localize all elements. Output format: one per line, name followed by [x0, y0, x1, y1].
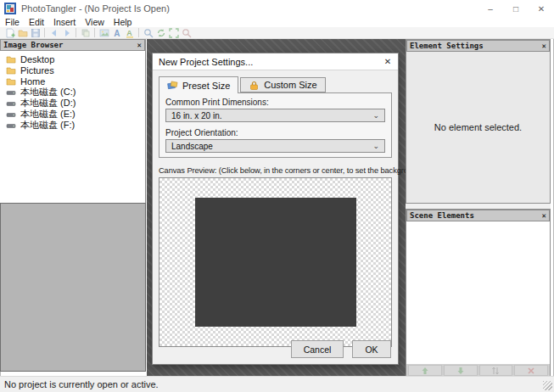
save-project-icon[interactable] — [29, 27, 42, 38]
image-preview-pane — [0, 203, 146, 372]
svg-text:A: A — [114, 29, 120, 38]
tree-item-desktop[interactable]: Desktop — [0, 53, 145, 64]
dialog-button-row: Cancel OK — [291, 340, 391, 358]
canvas-preview[interactable] — [159, 177, 392, 347]
image-browser-header: Image Browser ✕ — [0, 39, 145, 51]
resize-grip[interactable] — [543, 381, 552, 390]
move-down-button[interactable] — [444, 365, 478, 376]
chevron-down-icon: ⌄ — [372, 143, 379, 149]
tab-custom-size-label: Custom Size — [264, 80, 316, 90]
scene-elements-toolbar — [406, 364, 550, 377]
scene-elements-title: Scene Elements — [410, 211, 474, 220]
folder-icon — [6, 54, 16, 64]
scene-elements-close-icon[interactable]: ✕ — [542, 211, 546, 220]
element-settings-title: Element Settings — [410, 42, 484, 50]
image-browser-close-icon[interactable]: ✕ — [137, 41, 142, 49]
tab-preset-size-label: Preset Size — [182, 81, 230, 91]
new-project-settings-dialog: New Project Settings... ✕ Preset Size Cu… — [152, 53, 399, 365]
menu-file[interactable]: File — [5, 17, 20, 27]
back-icon[interactable] — [48, 27, 60, 38]
no-element-selected-message: No element selected. — [434, 122, 522, 132]
image-browser-panel: Image Browser ✕ Desktop Pictures Home 本地… — [0, 39, 146, 372]
menu-help[interactable]: Help — [114, 17, 132, 27]
add-caption-icon[interactable]: A — [123, 27, 136, 38]
open-project-icon[interactable] — [16, 27, 29, 38]
tab-custom-size[interactable]: Custom Size — [240, 77, 325, 92]
print-dimensions-dropdown[interactable]: 16 in. x 20 in. ⌄ — [165, 109, 385, 122]
title-bar: PhotoTangler - (No Project Is Open) – □ … — [0, 0, 554, 17]
tree-item-pictures[interactable]: Pictures — [0, 64, 145, 76]
orientation-value: Landscape — [171, 142, 213, 151]
forward-icon[interactable] — [60, 27, 73, 38]
folder-icon — [6, 76, 16, 87]
preset-size-tab-content: Common Print Dimensions: 16 in. x 20 in.… — [159, 92, 392, 158]
image-browser-title: Image Browser — [3, 41, 63, 49]
scene-elements-header: Scene Elements ✕ — [406, 210, 550, 221]
delete-button[interactable] — [514, 365, 548, 376]
image-browser-tree: Desktop Pictures Home 本地磁盘 (C:) 本地磁盘 (D:… — [0, 51, 145, 199]
canvas-preview-note: Canvas Preview: (Click below, in the cor… — [159, 166, 392, 175]
drive-icon — [6, 98, 16, 109]
drive-icon — [6, 120, 16, 131]
status-message: No project is currently open or active. — [4, 379, 159, 389]
element-settings-close-icon[interactable]: ✕ — [542, 42, 546, 50]
minimize-button[interactable]: – — [478, 0, 503, 17]
ok-button[interactable]: OK — [352, 340, 391, 358]
status-bar: No project is currently open or active. — [0, 376, 554, 392]
close-button[interactable]: ✕ — [529, 0, 554, 17]
right-dock: Element Settings ✕ No element selected. … — [406, 39, 551, 376]
fit-to-screen-icon[interactable] — [167, 27, 180, 38]
app-logo-icon — [4, 3, 16, 14]
folder-icon — [6, 65, 16, 76]
dialog-close-icon[interactable]: ✕ — [378, 57, 398, 66]
chevron-down-icon: ⌄ — [372, 112, 379, 119]
element-settings-body: No element selected. — [406, 52, 550, 203]
menu-bar: File Edit Insert View Help — [0, 17, 554, 27]
dialog-tabs: Preset Size Custom Size — [159, 76, 392, 92]
padlock-icon — [249, 80, 260, 91]
add-text-icon[interactable]: A — [110, 27, 123, 38]
toolbar-separator — [44, 28, 45, 37]
zoom-in-icon[interactable] — [142, 27, 154, 38]
add-image-icon[interactable] — [98, 27, 110, 38]
cancel-button[interactable]: Cancel — [291, 340, 344, 358]
toolbar: A A — [0, 27, 554, 39]
toolbar-separator — [138, 28, 139, 37]
preset-layers-icon — [167, 80, 178, 91]
orientation-dropdown[interactable]: Landscape ⌄ — [165, 139, 385, 153]
duplicate-icon[interactable] — [79, 27, 92, 38]
dialog-body: Preset Size Custom Size Common Print Dim… — [153, 70, 398, 364]
phototangler-window: PhotoTangler - (No Project Is Open) – □ … — [0, 0, 554, 392]
tab-preset-size[interactable]: Preset Size — [159, 76, 238, 93]
common-print-dimensions-label: Common Print Dimensions: — [165, 98, 385, 107]
maximize-button[interactable]: □ — [503, 0, 529, 17]
toolbar-separator — [94, 28, 95, 37]
reset-zoom-icon[interactable] — [154, 27, 167, 38]
print-dimensions-value: 16 in. x 20 in. — [171, 111, 221, 120]
toolbar-separator — [76, 28, 76, 37]
canvas-preview-rectangle[interactable] — [195, 198, 356, 327]
svg-text:A: A — [126, 29, 132, 37]
project-orientation-label: Project Orientation: — [165, 128, 385, 137]
dialog-title: New Project Settings... — [159, 57, 253, 67]
zoom-out-icon[interactable] — [180, 27, 193, 38]
menu-view[interactable]: View — [85, 17, 104, 27]
new-project-icon[interactable] — [3, 27, 16, 38]
menu-insert[interactable]: Insert — [53, 17, 76, 27]
move-up-button[interactable] — [408, 365, 442, 376]
drive-icon — [6, 109, 16, 120]
drive-icon — [6, 87, 16, 98]
dialog-title-bar: New Project Settings... ✕ — [153, 53, 398, 70]
scene-elements-list[interactable] — [406, 221, 550, 364]
element-settings-header: Element Settings ✕ — [406, 40, 550, 52]
tree-item-drive-f[interactable]: 本地磁盘 (F:) — [0, 120, 145, 131]
window-title: PhotoTangler - (No Project Is Open) — [21, 3, 170, 14]
reorder-button[interactable] — [479, 365, 513, 376]
scene-elements-panel: Scene Elements ✕ — [406, 209, 551, 376]
element-settings-panel: Element Settings ✕ No element selected. — [406, 39, 551, 204]
menu-edit[interactable]: Edit — [29, 17, 44, 27]
